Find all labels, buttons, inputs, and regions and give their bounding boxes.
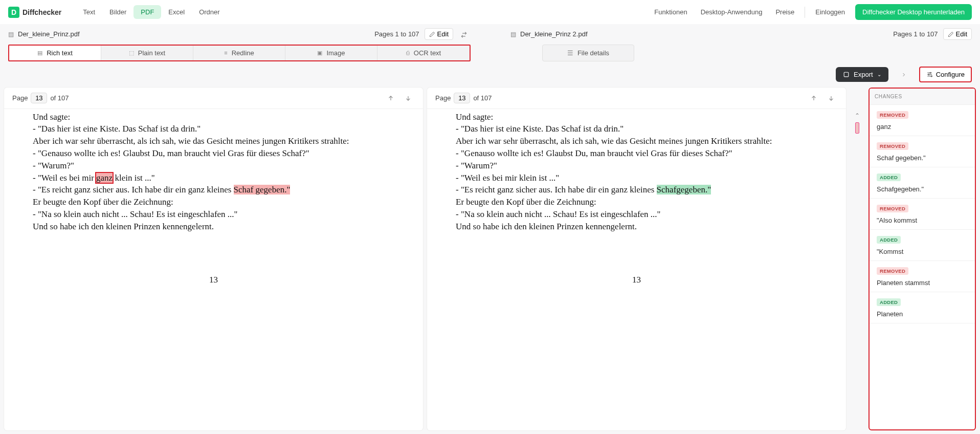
view-tab-plain-text[interactable]: ⬚Plain text — [101, 46, 193, 60]
tabs-row: ▤Rich text⬚Plain text≡Redline▣Image⎙OCR … — [0, 45, 980, 61]
view-tab-label: Image — [326, 49, 345, 57]
doc-line: Und sagte: — [33, 111, 394, 123]
right-pane-header: Page of 107 — [427, 88, 846, 109]
change-item[interactable]: REMOVEDPlaneten stammst — [870, 261, 975, 292]
changes-panel: CHANGES REMOVEDganzREMOVEDSchaf gegeben.… — [868, 88, 976, 430]
page-label: Page — [12, 94, 28, 102]
right-next-page-button[interactable] — [825, 93, 838, 103]
change-item[interactable]: ADDED"Kommst — [870, 230, 975, 261]
doc-line: - "Warum?" — [33, 160, 394, 172]
header-link-funktionen[interactable]: Funktionen — [651, 6, 690, 18]
diff-scroll-indicator[interactable]: ⌃ — [850, 88, 864, 430]
login-link[interactable]: Einloggen — [812, 6, 848, 18]
doc-line: - "Warum?" — [456, 160, 817, 172]
nav-item-ordner[interactable]: Ordner — [192, 5, 227, 19]
changes-title: CHANGES — [875, 92, 970, 102]
svg-rect-0 — [844, 72, 849, 77]
doc-line: Aber ich war sehr überrascht, als ich sa… — [456, 135, 817, 147]
export-button[interactable]: Export ⌄ — [836, 67, 888, 82]
configure-label: Configure — [936, 71, 965, 78]
nav-item-pdf[interactable]: PDF — [133, 5, 161, 19]
doc-line: Und so habe ich den kleinen Prinzen kenn… — [33, 221, 394, 233]
change-text: Planeten — [877, 310, 968, 318]
view-tab-label: Rich text — [47, 49, 73, 57]
removed-badge: REMOVED — [877, 267, 908, 275]
svg-point-3 — [931, 75, 932, 76]
pencil-icon — [948, 31, 954, 37]
change-item[interactable]: ADDEDSchafgegeben." — [870, 167, 975, 199]
doc-line: - "Es reicht ganz sicher aus. Ich habe d… — [456, 184, 817, 196]
added-badge: ADDED — [877, 236, 901, 244]
svg-point-1 — [930, 72, 931, 73]
doc-line: Aber ich war sehr überrascht, als ich sa… — [33, 135, 394, 147]
swap-files-button[interactable] — [458, 28, 470, 40]
doc-line: - "Genauso wollte ich es! Glaubst Du, ma… — [456, 147, 817, 160]
view-tab-image[interactable]: ▣Image — [285, 46, 377, 60]
doc-line: Und sagte: — [456, 111, 817, 123]
view-tab-label: OCR text — [414, 49, 441, 57]
left-next-page-button[interactable] — [402, 93, 415, 103]
change-item[interactable]: ADDEDPlaneten — [870, 292, 975, 323]
header-divider — [805, 7, 805, 18]
configure-button[interactable]: Configure — [919, 67, 972, 82]
edit-left-button[interactable]: Edit — [425, 28, 453, 40]
toolbar: Export ⌄ Configure — [0, 61, 980, 88]
right-pane: Page of 107 Und sagte:- "Das hier ist ei… — [427, 88, 846, 430]
right-page-input[interactable] — [454, 93, 470, 103]
change-text: "Also kommst — [877, 216, 968, 224]
nav-item-bilder[interactable]: Bilder — [102, 5, 133, 19]
left-document-content: Und sagte:- "Das hier ist eine Kiste. Da… — [4, 109, 423, 430]
view-tab-redline[interactable]: ≡Redline — [193, 46, 285, 60]
view-tab-ocr-text[interactable]: ⎙OCR text — [377, 46, 470, 60]
view-tab-rich-text[interactable]: ▤Rich text — [9, 46, 101, 60]
changes-list: REMOVEDganzREMOVEDSchaf gegeben."ADDEDSc… — [870, 105, 975, 429]
left-pane: Page of 107 Und sagte:- "Das hier ist ei… — [4, 88, 423, 430]
list-icon: ☰ — [567, 49, 573, 57]
view-tab-label: Redline — [232, 49, 254, 57]
page-number: 13 — [33, 274, 394, 286]
added-badge: ADDED — [877, 173, 901, 181]
nav-items: TextBilderPDFExcelOrdner — [76, 5, 227, 19]
doc-line: Er beugte den Kopf über die Zeichnung: — [456, 196, 817, 208]
file-right: ▤ Der_kleine_Prinz 2.pdf Pages 1 to 107 … — [510, 28, 972, 40]
swap-icon — [460, 31, 467, 38]
scroll-top-icon: ⌃ — [855, 112, 860, 119]
right-prev-page-button[interactable] — [807, 93, 820, 103]
file-icon: ▤ — [8, 31, 14, 38]
chevron-down-icon: ⌄ — [877, 72, 881, 77]
file-left-pages: Pages 1 to 107 — [374, 30, 419, 38]
file-left: ▤ Der_kleine_Prinz.pdf Pages 1 to 107 Ed… — [8, 28, 470, 40]
nav-item-text[interactable]: Text — [76, 5, 102, 19]
change-text: ganz — [877, 123, 968, 131]
header-link-desktop-anwendung[interactable]: Desktop-Anwendung — [698, 6, 766, 18]
removed-badge: REMOVED — [877, 142, 908, 150]
edit-left-label: Edit — [437, 30, 449, 38]
toolbar-next-button[interactable] — [897, 68, 911, 80]
brand-logo[interactable]: Diffchecker — [8, 7, 61, 18]
left-prev-page-button[interactable] — [384, 93, 397, 103]
file-details-tab[interactable]: ☰ File details — [542, 45, 634, 61]
view-tabs: ▤Rich text⬚Plain text≡Redline▣Image⎙OCR … — [8, 45, 471, 61]
header-link-preise[interactable]: Preise — [772, 6, 797, 18]
logo-icon — [8, 7, 19, 18]
change-text: "Kommst — [877, 248, 968, 255]
brand-name: Diffchecker — [23, 8, 61, 16]
nav-item-excel[interactable]: Excel — [161, 5, 192, 19]
of-label: of 107 — [50, 94, 69, 102]
left-page-input[interactable] — [31, 93, 47, 103]
doc-line: - "Das hier ist eine Kiste. Das Schaf is… — [33, 123, 394, 135]
download-desktop-button[interactable]: Diffchecker Desktop herunterladen — [855, 4, 972, 20]
arrow-up-icon — [387, 95, 394, 102]
top-header: Diffchecker TextBilderPDFExcelOrdner Fun… — [0, 0, 980, 24]
change-item[interactable]: REMOVEDSchaf gegeben." — [870, 136, 975, 167]
change-item[interactable]: REMOVED"Also kommst — [870, 199, 975, 230]
file-left-name: Der_kleine_Prinz.pdf — [18, 30, 80, 38]
chevron-right-icon — [901, 72, 907, 78]
doc-line: - "Na so klein auch nicht ... Schau! Es … — [456, 208, 817, 221]
plain-text-icon: ⬚ — [129, 50, 134, 56]
change-item[interactable]: REMOVEDganz — [870, 105, 975, 136]
arrow-up-icon — [810, 95, 817, 102]
edit-right-button[interactable]: Edit — [943, 28, 972, 40]
doc-line: - "Es reicht ganz sicher aus. Ich habe d… — [33, 184, 394, 196]
arrow-down-icon — [405, 95, 412, 102]
